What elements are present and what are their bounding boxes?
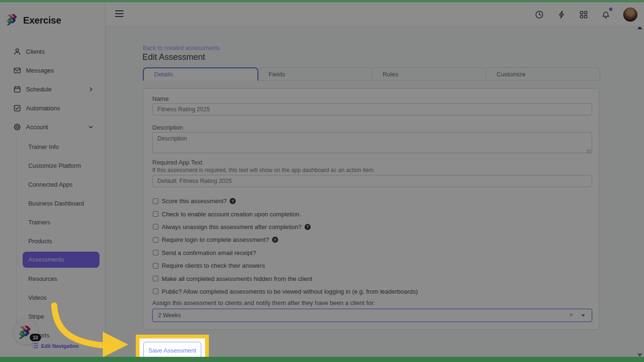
dim-overlay xyxy=(0,0,644,362)
app-screen: Exercise Clients Messages Schedule Autom… xyxy=(0,0,644,362)
save-assessment-button[interactable]: Save Assessment xyxy=(143,342,201,359)
capture-strip-bottom xyxy=(0,357,644,362)
capture-strip-top xyxy=(0,0,644,2)
scroll-down-arrow-icon[interactable] xyxy=(637,354,642,357)
